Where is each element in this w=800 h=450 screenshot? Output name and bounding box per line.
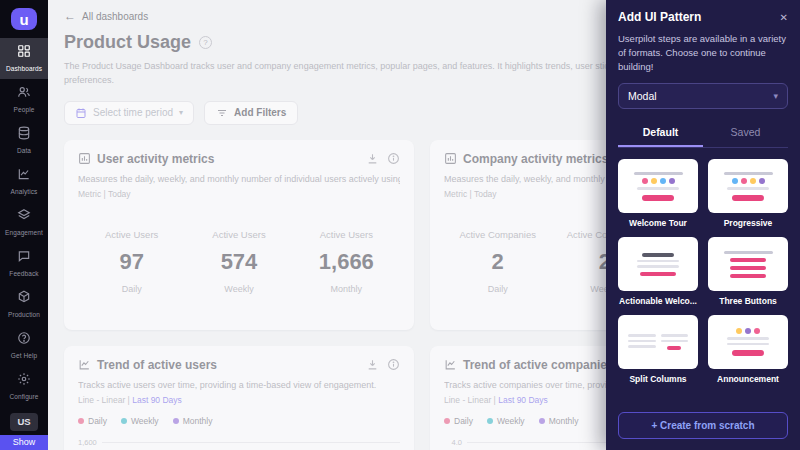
time-period-select[interactable]: Select time period ▾ (64, 101, 194, 125)
database-icon (17, 126, 31, 144)
sidebar-item-configure[interactable]: Configure (0, 366, 48, 407)
show-button[interactable]: Show (0, 435, 48, 450)
sidebar-item-label: Data (17, 147, 31, 154)
sidebar-item-people[interactable]: People (0, 79, 48, 120)
add-filters-label: Add Filters (234, 107, 286, 118)
help-icon[interactable]: ? (199, 36, 212, 49)
back-arrow-icon[interactable]: ← (64, 9, 76, 23)
stat-active-users-daily: Active Users 97 Daily (78, 229, 185, 294)
weekly-dot-icon (487, 418, 493, 424)
download-icon[interactable] (366, 358, 379, 371)
add-filters-button[interactable]: Add Filters (204, 101, 298, 125)
sidebar-item-engagement[interactable]: Engagement (0, 202, 48, 243)
legend-label: Daily (88, 416, 107, 426)
close-icon[interactable]: ✕ (780, 12, 788, 23)
sidebar-item-dashboards[interactable]: Dashboards (0, 38, 48, 79)
pattern-type-select[interactable]: Modal ▾ (618, 83, 788, 109)
stat-label: Active Users (78, 229, 185, 240)
legend-label: Weekly (497, 416, 525, 426)
legend-item-daily[interactable]: Daily (78, 416, 107, 426)
sidebar-item-data[interactable]: Data (0, 120, 48, 161)
card-meta-label: Line - Linear | (444, 395, 496, 405)
info-icon[interactable] (387, 358, 400, 371)
pattern-three-buttons[interactable]: Three Buttons (708, 237, 788, 306)
card-meta-period[interactable]: Last 90 Days (132, 395, 182, 405)
sidebar-item-label: Engagement (5, 229, 43, 236)
pattern-thumbnail (618, 315, 698, 369)
pattern-split-columns[interactable]: Split Columns (618, 315, 698, 384)
pattern-thumbnail (618, 237, 698, 291)
chevron-down-icon: ▾ (179, 108, 183, 117)
legend-label: Daily (454, 416, 473, 426)
calendar-icon (75, 107, 87, 119)
avatar[interactable]: US (10, 413, 38, 430)
weekly-dot-icon (121, 418, 127, 424)
card-meta-period[interactable]: Last 90 Days (498, 395, 548, 405)
legend-item-weekly[interactable]: Weekly (487, 416, 525, 426)
pattern-label: Actionable Welco... (618, 296, 698, 306)
card-meta: Metric | Today (78, 189, 400, 199)
bar-chart-icon (444, 152, 457, 165)
stat-value: 574 (185, 249, 292, 275)
stat-value: 97 (78, 249, 185, 275)
sidebar-item-production[interactable]: Production (0, 284, 48, 325)
legend-item-weekly[interactable]: Weekly (121, 416, 159, 426)
daily-dot-icon (444, 418, 450, 424)
pattern-label: Progressive (708, 218, 788, 228)
sidebar-item-label: Feedback (9, 270, 38, 277)
sidebar-item-analytics[interactable]: Analytics (0, 161, 48, 202)
panel-tabs: Default Saved (618, 120, 788, 148)
question-circle-icon (17, 331, 31, 349)
pattern-label: Welcome Tour (618, 218, 698, 228)
pattern-progressive[interactable]: Progressive (708, 159, 788, 228)
stat-value: 1,666 (293, 249, 400, 275)
pattern-announcement[interactable]: Announcement (708, 315, 788, 384)
back-link[interactable]: All dashboards (82, 11, 148, 22)
pattern-thumbnail (708, 315, 788, 369)
pattern-welcome-tour[interactable]: Welcome Tour (618, 159, 698, 228)
analytics-icon (17, 167, 31, 185)
legend-item-monthly[interactable]: Monthly (173, 416, 213, 426)
card-meta: Line - Linear | Last 90 Days (78, 395, 400, 405)
stat-active-users-weekly: Active Users 574 Weekly (185, 229, 292, 294)
stat-label: Active Companies (444, 229, 551, 240)
dashboards-icon (17, 44, 31, 62)
pattern-thumbnail (708, 159, 788, 213)
tab-default[interactable]: Default (618, 120, 703, 147)
cube-icon (17, 290, 31, 308)
userpilot-logo[interactable]: u (11, 8, 37, 30)
bar-chart-icon (78, 152, 91, 165)
tab-saved[interactable]: Saved (703, 120, 788, 147)
daily-dot-icon (78, 418, 84, 424)
pattern-thumbnail (708, 237, 788, 291)
pattern-thumbnail (618, 159, 698, 213)
page-title: Product Usage (64, 32, 191, 53)
info-icon[interactable] (387, 152, 400, 165)
panel-description: Userpilot steps are available in a varie… (618, 32, 788, 73)
y-axis-label: 4.0 (444, 438, 462, 447)
legend-item-monthly[interactable]: Monthly (539, 416, 579, 426)
chat-bubble-icon (17, 249, 31, 267)
line-chart-icon (444, 358, 457, 371)
sidebar: u Dashboards People Data Analytics Engag… (0, 0, 48, 450)
stat-period: Daily (78, 284, 185, 294)
sidebar-item-get-help[interactable]: Get Help (0, 325, 48, 366)
stat-period: Weekly (185, 284, 292, 294)
stat-period: Daily (444, 284, 551, 294)
sidebar-nav: Dashboards People Data Analytics Engagem… (0, 38, 48, 284)
create-from-scratch-button[interactable]: + Create from scratch (618, 412, 788, 439)
sidebar-item-label: Dashboards (6, 65, 42, 72)
legend-item-daily[interactable]: Daily (444, 416, 473, 426)
monthly-dot-icon (539, 418, 545, 424)
layers-icon (17, 208, 31, 226)
time-period-placeholder: Select time period (93, 107, 173, 118)
pattern-type-value: Modal (628, 90, 657, 102)
trend-chart: 1,600 (78, 438, 400, 450)
stat-active-users-monthly: Active Users 1,666 Monthly (293, 229, 400, 294)
pattern-actionable-welcome[interactable]: Actionable Welco... (618, 237, 698, 306)
sidebar-item-label: Configure (9, 393, 38, 400)
card-title: Trend of active users (97, 358, 360, 372)
sidebar-item-feedback[interactable]: Feedback (0, 243, 48, 284)
sidebar-item-label: Analytics (11, 188, 38, 195)
download-icon[interactable] (366, 152, 379, 165)
